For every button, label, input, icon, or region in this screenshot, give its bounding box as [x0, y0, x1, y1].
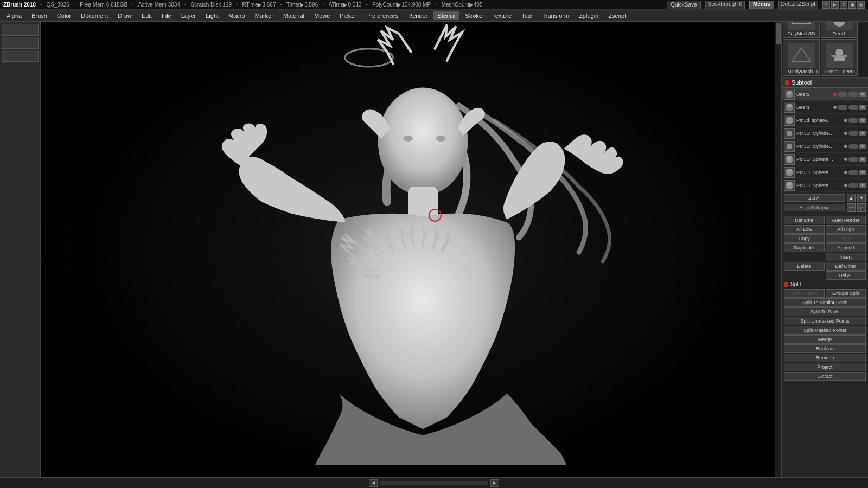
- default-zscript-button[interactable]: DefaultZScript: [778, 1, 818, 9]
- menu-stroke[interactable]: Stroke: [461, 11, 487, 20]
- sph3d1-eye[interactable]: 👁: [859, 157, 866, 162]
- menu-movie[interactable]: Movie: [310, 11, 334, 20]
- bottom-slider[interactable]: [380, 481, 488, 485]
- left-btn-3[interactable]: [2, 50, 39, 62]
- all-high-button[interactable]: All High: [826, 225, 866, 234]
- all-low-button[interactable]: All Low: [784, 225, 825, 234]
- boolean-button[interactable]: Boolean: [784, 344, 866, 353]
- sph3d1-toggle[interactable]: [848, 157, 858, 162]
- split-label: Split: [790, 281, 801, 287]
- cyl2-eye[interactable]: 👁: [859, 144, 866, 149]
- left-btn-1[interactable]: [2, 24, 39, 36]
- collapse-arrow-left[interactable]: ↪: [847, 203, 856, 212]
- merge-button[interactable]: Merge: [784, 335, 866, 344]
- sphere1-toggle[interactable]: [848, 118, 858, 123]
- paste-button[interactable]: Paste: [826, 234, 866, 243]
- subtool-item-deer1[interactable]: Deer1 👁: [782, 101, 868, 114]
- viewport[interactable]: [41, 22, 781, 477]
- menu-edit[interactable]: Edit: [137, 11, 156, 20]
- icon-5[interactable]: ▣: [857, 1, 865, 9]
- collapse-arrow-right[interactable]: ↩: [857, 203, 866, 212]
- tool-thumb-tpose[interactable]: TPose1_deer1: [821, 39, 858, 76]
- menu-zplugin[interactable]: Zplugin: [575, 11, 603, 20]
- sph3d2-eye[interactable]: 👁: [859, 170, 866, 175]
- sph3d3-toggle[interactable]: [848, 183, 858, 188]
- list-arrow-up[interactable]: ▲: [847, 194, 856, 202]
- subtool-item-sph3d3[interactable]: PM3D_Sphere3D1_1 👁: [782, 179, 868, 192]
- icon-4[interactable]: ◼: [848, 1, 856, 9]
- menu-draw[interactable]: Draw: [113, 11, 136, 20]
- duplicate-button[interactable]: Duplicate: [784, 243, 825, 252]
- deer1-toggle[interactable]: [838, 105, 847, 110]
- project-button[interactable]: Project: [784, 363, 866, 371]
- append-button[interactable]: Append: [826, 243, 866, 252]
- subtool-item-cyl2[interactable]: PM3D_Cylinder3D2 👁: [782, 140, 868, 153]
- delete-button[interactable]: Delete: [784, 262, 825, 271]
- menus-button[interactable]: Menus: [749, 1, 774, 9]
- subtool-item-sph3d2[interactable]: PM3D_Sphere3D1_2 👁: [782, 166, 868, 179]
- menu-zscript[interactable]: Zscript: [604, 11, 630, 20]
- subtool-item-sphere1[interactable]: Pm3d_sphere3d1 👁: [782, 114, 868, 127]
- menu-file[interactable]: File: [157, 11, 176, 20]
- cyl1-toggle[interactable]: [848, 131, 858, 136]
- rename-button[interactable]: Rename: [784, 216, 825, 224]
- left-btn-2[interactable]: [2, 37, 39, 49]
- right-scrollbar[interactable]: [775, 22, 781, 477]
- menu-texture[interactable]: Texture: [488, 11, 516, 20]
- insert-button[interactable]: Insert: [826, 253, 866, 261]
- menu-alpha[interactable]: Alpha: [2, 11, 26, 20]
- cyl1-eye[interactable]: 👁: [859, 131, 866, 136]
- menu-preferences[interactable]: Preferences: [362, 11, 403, 20]
- remesh-button[interactable]: Remesh: [784, 354, 866, 362]
- icon-1[interactable]: ≡: [822, 1, 830, 9]
- menu-light[interactable]: Light: [201, 11, 223, 20]
- split-similar-row: Split To Similar Parts: [784, 298, 866, 307]
- subtool-item-sph3d1[interactable]: PM3D_Sphere3D1_1 👁: [782, 153, 868, 166]
- del-all-button[interactable]: Del All: [826, 271, 866, 280]
- icon-2[interactable]: ▶: [831, 1, 839, 9]
- deer2-toggle2[interactable]: [848, 92, 858, 97]
- scrollbar-thumb[interactable]: [776, 23, 781, 44]
- split-hidden-button[interactable]: Split Hidden: [784, 289, 825, 298]
- menu-brush[interactable]: Brush: [27, 11, 52, 20]
- menu-material[interactable]: Material: [279, 11, 309, 20]
- groups-split-button[interactable]: Groups Split: [826, 289, 866, 298]
- del-other-button[interactable]: Del Other: [826, 262, 866, 271]
- menu-color[interactable]: Color: [53, 11, 75, 20]
- menu-transform[interactable]: Transform: [538, 11, 573, 20]
- sph3d2-toggle[interactable]: [848, 170, 858, 175]
- sphere1-eye[interactable]: 👁: [859, 118, 866, 123]
- deer2-eye[interactable]: 👁: [859, 92, 866, 97]
- menu-layer[interactable]: Layer: [177, 11, 201, 20]
- icon-3[interactable]: ⚙: [840, 1, 847, 9]
- tool-thumb-tmpolymesh[interactable]: TMPolyMesh_1: [783, 39, 820, 76]
- menu-render[interactable]: Render: [404, 11, 432, 20]
- split-similar-button[interactable]: Split To Similar Parts: [784, 298, 866, 307]
- list-arrow-down[interactable]: ▼: [857, 194, 866, 202]
- menu-marker[interactable]: Marker: [251, 11, 278, 20]
- split-masked-button[interactable]: Split Masked Points: [784, 326, 866, 335]
- deer2-toggle[interactable]: [838, 92, 847, 97]
- sph3d3-eye[interactable]: 👁: [859, 183, 866, 188]
- menu-tool[interactable]: Tool: [517, 11, 537, 20]
- menu-document[interactable]: Document: [76, 11, 112, 20]
- cyl2-toggle[interactable]: [848, 144, 858, 149]
- split-parts-button[interactable]: Split To Parts: [784, 307, 866, 316]
- list-all-button[interactable]: List All: [784, 194, 845, 202]
- subtool-item-cyl1[interactable]: PM3D_Cylinder3D1 👁: [782, 127, 868, 140]
- deer1-eye[interactable]: 👁: [859, 105, 866, 110]
- auto-reorder-button[interactable]: AutoReorder: [826, 216, 866, 224]
- menu-picker[interactable]: Picker: [335, 11, 361, 20]
- extract-button[interactable]: Extract: [784, 372, 866, 381]
- menu-stencil[interactable]: Stencil: [433, 11, 459, 20]
- menu-macro[interactable]: Macro: [224, 11, 250, 20]
- bottom-arrow-right[interactable]: ▶: [490, 479, 499, 487]
- deer1-toggle2[interactable]: [848, 105, 858, 110]
- see-through-control[interactable]: See-through 0: [705, 1, 745, 9]
- auto-collapse-button[interactable]: Auto Collapse: [784, 204, 845, 211]
- copy-button[interactable]: Copy: [784, 234, 825, 243]
- bottom-arrow-left[interactable]: ◀: [369, 479, 378, 487]
- quicksave-button[interactable]: QuickSave: [667, 1, 700, 9]
- split-unmasked-button[interactable]: Split Unmasked Points: [784, 317, 866, 325]
- subtool-item-deer2[interactable]: Deer2 👁: [782, 88, 868, 101]
